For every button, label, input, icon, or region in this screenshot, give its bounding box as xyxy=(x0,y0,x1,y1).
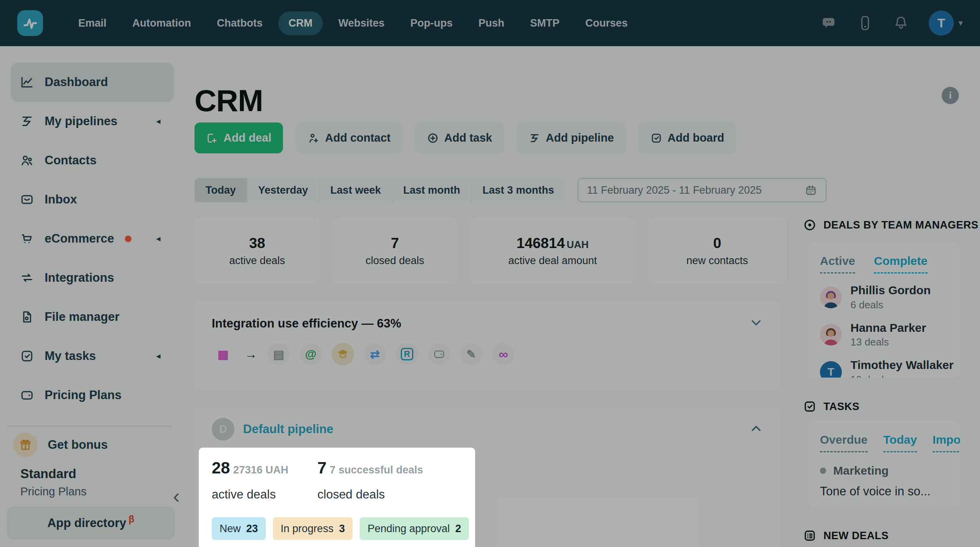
stage-badges: New23 In progress3 Pending approval2 xyxy=(212,517,475,540)
mail-icon xyxy=(20,192,34,207)
transfer-arrows-icon xyxy=(20,270,34,285)
user-avatar[interactable]: T xyxy=(929,11,954,36)
nav-item-smtp[interactable]: SMTP xyxy=(520,11,570,35)
wallet-icon xyxy=(20,388,34,403)
bell-icon[interactable] xyxy=(893,15,909,31)
info-icon[interactable]: i xyxy=(942,87,959,104)
app-directory-button[interactable]: App directory β xyxy=(7,507,175,540)
active-deals-label: active deals xyxy=(212,488,317,502)
chevron-down-icon[interactable] xyxy=(749,315,764,332)
chevron-left-icon: ◂ xyxy=(156,351,160,361)
kanban-icon[interactable]: ▦ xyxy=(212,343,234,365)
filter-today[interactable]: Today xyxy=(195,178,247,202)
filter-last-3-months[interactable]: Last 3 months xyxy=(472,178,565,202)
badge-in-progress[interactable]: In progress3 xyxy=(273,517,353,540)
filter-last-month[interactable]: Last month xyxy=(392,178,472,202)
chat-at-icon[interactable]: @ xyxy=(299,343,322,365)
navbar-actions: T ▾ xyxy=(821,11,963,36)
user-menu[interactable]: T ▾ xyxy=(929,11,963,36)
filter-yesterday[interactable]: Yesterday xyxy=(247,178,320,202)
crm-cursor-icon[interactable]: R xyxy=(396,343,418,365)
nav-item-automation[interactable]: Automation xyxy=(122,11,201,35)
stat-active-deals: 38 active deals xyxy=(195,218,320,284)
project-dot-icon xyxy=(820,468,826,474)
tab-overdue[interactable]: Overdue xyxy=(820,433,868,452)
integration-efficiency-card: Integration use efficiency — 63% ▦ → ▤ @… xyxy=(195,301,781,390)
default-pipeline-card: D Default pipeline 2827316 UAH 77 succes… xyxy=(195,407,781,547)
pipeline-name-link[interactable]: Default pipeline xyxy=(243,422,333,436)
manager-row[interactable]: Phillis Gordon 6 deals xyxy=(820,284,960,311)
funnel-icon xyxy=(20,114,34,129)
nav-item-crm[interactable]: CRM xyxy=(278,11,323,35)
tasks-tabs: Overdue Today Important xyxy=(820,433,960,452)
cart-icon xyxy=(20,231,34,246)
crm-dashboard-page: Email Automation Chatbots CRM Websites P… xyxy=(0,0,980,547)
nav-item-popups[interactable]: Pop-ups xyxy=(400,11,463,35)
add-board-button[interactable]: Add board xyxy=(639,122,736,153)
graduation-cap-icon[interactable] xyxy=(331,343,354,365)
server-icon[interactable]: ▤ xyxy=(267,343,290,365)
sidebar-item-integrations[interactable]: Integrations xyxy=(11,258,174,297)
mobile-icon[interactable] xyxy=(857,15,873,31)
check-square-icon xyxy=(803,400,816,413)
nav-item-courses[interactable]: Courses xyxy=(575,11,638,35)
get-bonus-link[interactable]: Get bonus xyxy=(0,433,175,457)
manager-avatar: T xyxy=(820,361,842,378)
tag-edit-icon[interactable]: ✎ xyxy=(460,343,483,365)
tab-active[interactable]: Active xyxy=(820,254,855,274)
chat-bubble-icon[interactable] xyxy=(821,15,837,31)
filter-last-week[interactable]: Last week xyxy=(319,178,392,202)
sidebar-item-contacts[interactable]: Contacts xyxy=(11,141,174,180)
nav-item-email[interactable]: Email xyxy=(68,11,117,35)
badge-new[interactable]: New23 xyxy=(212,517,266,540)
stat-active-deal-amount: 146814 UAH active deal amount xyxy=(470,218,635,284)
nav-item-websites[interactable]: Websites xyxy=(328,11,395,35)
tab-important[interactable]: Important xyxy=(933,433,960,452)
wallet-icon[interactable] xyxy=(428,343,450,365)
plan-pricing-link[interactable]: Pricing Plans xyxy=(0,485,175,498)
add-task-button[interactable]: Add task xyxy=(415,122,504,153)
tasks-header: TASKS xyxy=(803,400,859,413)
sendpulse-logo-icon[interactable] xyxy=(17,10,43,36)
sidebar-item-ecommerce[interactable]: eCommerce ◂ xyxy=(11,219,174,258)
sidebar-item-file-manager[interactable]: File manager xyxy=(11,297,174,336)
add-contact-button[interactable]: Add contact xyxy=(296,122,402,153)
transfer-arrows-icon[interactable]: ⇄ xyxy=(364,343,386,365)
tab-complete[interactable]: Complete xyxy=(874,254,928,274)
contacts-icon xyxy=(20,153,34,168)
notification-dot xyxy=(125,236,132,242)
manager-row[interactable]: Hanna Parker 13 deals xyxy=(820,321,960,349)
closed-deals-label: closed deals xyxy=(317,488,385,502)
add-deal-button[interactable]: Add deal xyxy=(195,122,283,153)
target-icon xyxy=(803,218,816,232)
tab-today[interactable]: Today xyxy=(883,433,917,452)
manager-row[interactable]: T Timothey Wallaker 19 deals xyxy=(820,358,960,378)
sidebar-item-my-tasks[interactable]: My tasks ◂ xyxy=(11,336,174,376)
dashboard-chart-icon xyxy=(20,75,34,90)
sidebar-collapse-icon[interactable]: ‹ xyxy=(173,486,180,506)
sidebar-item-inbox[interactable]: Inbox xyxy=(11,180,174,219)
sidebar: Dashboard My pipelines ◂ Contacts Inbox … xyxy=(0,46,175,547)
nav-item-push[interactable]: Push xyxy=(468,11,515,35)
arrow-right-icon: → xyxy=(245,347,257,362)
sidebar-item-my-pipelines[interactable]: My pipelines ◂ xyxy=(11,102,174,141)
new-deals-header: NEW DEALS xyxy=(803,529,889,542)
sidebar-item-dashboard[interactable]: Dashboard xyxy=(11,63,174,102)
chevron-left-icon: ◂ xyxy=(156,234,160,244)
chevron-up-icon[interactable] xyxy=(749,421,764,437)
nav-item-chatbots[interactable]: Chatbots xyxy=(207,11,273,35)
sidebar-item-pricing-plans[interactable]: Pricing Plans xyxy=(11,376,174,415)
task-title[interactable]: Tone of voice in so... xyxy=(820,484,960,498)
team-managers-card: Active Complete Phillis Gordon 6 deals H… xyxy=(807,243,960,378)
add-pipeline-button[interactable]: Add pipeline xyxy=(517,122,626,153)
check-square-icon xyxy=(20,349,34,363)
badge-pending-approval[interactable]: Pending approval2 xyxy=(360,517,469,540)
links-icon[interactable]: ∞ xyxy=(492,343,515,365)
top-navbar: Email Automation Chatbots CRM Websites P… xyxy=(0,0,980,46)
deals-by-team-managers-header: DEALS BY TEAM MANAGERS xyxy=(803,218,978,232)
primary-nav: Email Automation Chatbots CRM Websites P… xyxy=(68,11,638,35)
gift-icon xyxy=(13,433,38,457)
pipeline-closed-deals-stat: 77 successful deals xyxy=(317,459,423,477)
date-range-input[interactable]: 11 February 2025 - 11 February 2025 xyxy=(578,178,827,202)
integration-icons-row: ▦ → ▤ @ ⇄ R ✎ ∞ xyxy=(212,343,764,365)
